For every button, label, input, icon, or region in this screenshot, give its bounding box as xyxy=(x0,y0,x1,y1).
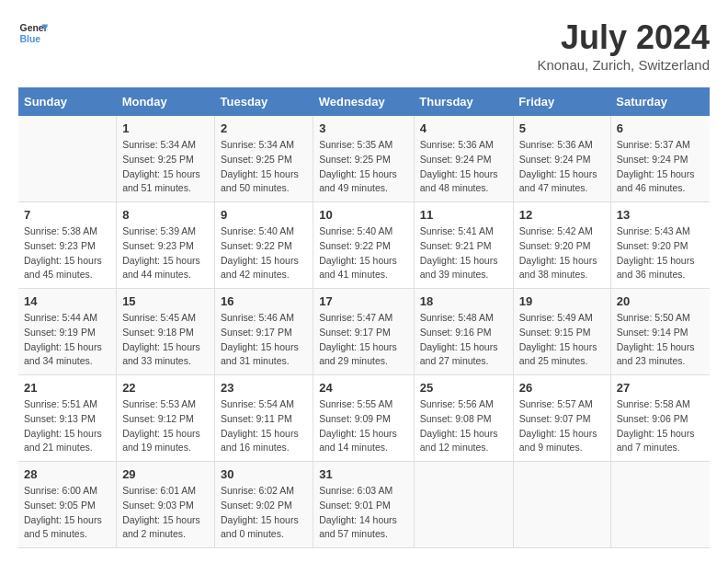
day-cell: 6Sunrise: 5:37 AMSunset: 9:24 PMDaylight… xyxy=(610,116,710,202)
day-number: 21 xyxy=(24,381,110,395)
day-info: Sunrise: 6:01 AMSunset: 9:03 PMDaylight:… xyxy=(122,485,200,539)
weekday-header-friday: Friday xyxy=(513,87,610,116)
day-number: 9 xyxy=(221,208,307,222)
day-info: Sunrise: 5:51 AMSunset: 9:13 PMDaylight:… xyxy=(24,398,102,453)
day-cell: 14Sunrise: 5:44 AMSunset: 9:19 PMDayligh… xyxy=(18,289,117,375)
day-cell: 31Sunrise: 6:03 AMSunset: 9:01 PMDayligh… xyxy=(313,462,415,548)
day-info: Sunrise: 5:34 AMSunset: 9:25 PMDaylight:… xyxy=(221,139,299,193)
day-info: Sunrise: 5:45 AMSunset: 9:18 PMDaylight:… xyxy=(122,312,200,366)
day-cell: 17Sunrise: 5:47 AMSunset: 9:17 PMDayligh… xyxy=(313,289,415,375)
day-info: Sunrise: 5:39 AMSunset: 9:23 PMDaylight:… xyxy=(122,225,200,280)
day-number: 1 xyxy=(122,121,209,135)
day-number: 4 xyxy=(420,121,507,135)
month-title: July 2024 xyxy=(537,18,710,57)
day-info: Sunrise: 5:50 AMSunset: 9:14 PMDaylight:… xyxy=(617,312,695,366)
day-cell: 28Sunrise: 6:00 AMSunset: 9:05 PMDayligh… xyxy=(18,462,117,548)
day-number: 11 xyxy=(420,208,507,222)
logo: General Blue xyxy=(18,18,48,48)
weekday-header-row: SundayMondayTuesdayWednesdayThursdayFrid… xyxy=(18,87,710,116)
day-number: 14 xyxy=(24,294,110,308)
day-info: Sunrise: 5:36 AMSunset: 9:24 PMDaylight:… xyxy=(420,139,498,193)
day-number: 12 xyxy=(519,208,605,222)
day-info: Sunrise: 5:41 AMSunset: 9:21 PMDaylight:… xyxy=(420,225,498,280)
day-number: 29 xyxy=(122,467,209,481)
day-cell xyxy=(414,462,513,548)
day-number: 22 xyxy=(122,381,209,395)
day-info: Sunrise: 5:46 AMSunset: 9:17 PMDaylight:… xyxy=(221,312,299,366)
day-cell: 13Sunrise: 5:43 AMSunset: 9:20 PMDayligh… xyxy=(610,202,710,289)
day-info: Sunrise: 6:00 AMSunset: 9:05 PMDaylight:… xyxy=(24,485,102,539)
weekday-header-saturday: Saturday xyxy=(610,87,710,116)
weekday-header-thursday: Thursday xyxy=(414,87,513,116)
day-number: 13 xyxy=(617,208,704,222)
day-number: 25 xyxy=(420,381,507,395)
day-cell: 2Sunrise: 5:34 AMSunset: 9:25 PMDaylight… xyxy=(215,116,313,202)
day-cell: 29Sunrise: 6:01 AMSunset: 9:03 PMDayligh… xyxy=(117,462,215,548)
week-row-5: 28Sunrise: 6:00 AMSunset: 9:05 PMDayligh… xyxy=(18,462,710,548)
day-number: 8 xyxy=(122,208,209,222)
day-cell: 26Sunrise: 5:57 AMSunset: 9:07 PMDayligh… xyxy=(513,375,610,462)
day-cell: 5Sunrise: 5:36 AMSunset: 9:24 PMDaylight… xyxy=(513,116,610,202)
day-cell xyxy=(610,462,710,548)
weekday-header-tuesday: Tuesday xyxy=(215,87,313,116)
day-cell xyxy=(18,116,117,202)
day-number: 20 xyxy=(617,294,704,308)
day-info: Sunrise: 6:03 AMSunset: 9:01 PMDaylight:… xyxy=(319,485,397,539)
location: Knonau, Zurich, Switzerland xyxy=(537,57,710,73)
day-cell: 19Sunrise: 5:49 AMSunset: 9:15 PMDayligh… xyxy=(513,289,610,375)
day-info: Sunrise: 5:38 AMSunset: 9:23 PMDaylight:… xyxy=(24,225,102,280)
day-info: Sunrise: 5:47 AMSunset: 9:17 PMDaylight:… xyxy=(319,312,397,366)
day-cell: 23Sunrise: 5:54 AMSunset: 9:11 PMDayligh… xyxy=(215,375,313,462)
day-cell: 8Sunrise: 5:39 AMSunset: 9:23 PMDaylight… xyxy=(117,202,215,289)
day-number: 3 xyxy=(319,121,408,135)
day-info: Sunrise: 5:56 AMSunset: 9:08 PMDaylight:… xyxy=(420,398,498,453)
day-cell: 9Sunrise: 5:40 AMSunset: 9:22 PMDaylight… xyxy=(215,202,313,289)
day-info: Sunrise: 5:44 AMSunset: 9:19 PMDaylight:… xyxy=(24,312,102,366)
day-number: 24 xyxy=(319,381,408,395)
page-header: General Blue July 2024 Knonau, Zurich, S… xyxy=(18,18,710,73)
day-number: 15 xyxy=(122,294,209,308)
week-row-1: 1Sunrise: 5:34 AMSunset: 9:25 PMDaylight… xyxy=(18,116,710,202)
day-number: 17 xyxy=(319,294,408,308)
day-info: Sunrise: 5:36 AMSunset: 9:24 PMDaylight:… xyxy=(519,139,597,193)
day-cell: 24Sunrise: 5:55 AMSunset: 9:09 PMDayligh… xyxy=(313,375,415,462)
title-block: July 2024 Knonau, Zurich, Switzerland xyxy=(537,18,710,73)
day-number: 28 xyxy=(24,467,110,481)
day-cell: 30Sunrise: 6:02 AMSunset: 9:02 PMDayligh… xyxy=(215,462,313,548)
day-info: Sunrise: 5:48 AMSunset: 9:16 PMDaylight:… xyxy=(420,312,498,366)
day-number: 19 xyxy=(519,294,605,308)
weekday-header-wednesday: Wednesday xyxy=(313,87,415,116)
week-row-4: 21Sunrise: 5:51 AMSunset: 9:13 PMDayligh… xyxy=(18,375,710,462)
week-row-2: 7Sunrise: 5:38 AMSunset: 9:23 PMDaylight… xyxy=(18,202,710,289)
day-number: 10 xyxy=(319,208,408,222)
day-info: Sunrise: 5:53 AMSunset: 9:12 PMDaylight:… xyxy=(122,398,200,453)
day-cell: 12Sunrise: 5:42 AMSunset: 9:20 PMDayligh… xyxy=(513,202,610,289)
day-info: Sunrise: 5:34 AMSunset: 9:25 PMDaylight:… xyxy=(122,139,200,193)
day-info: Sunrise: 5:35 AMSunset: 9:25 PMDaylight:… xyxy=(319,139,397,193)
day-number: 26 xyxy=(519,381,605,395)
day-cell: 3Sunrise: 5:35 AMSunset: 9:25 PMDaylight… xyxy=(313,116,415,202)
day-cell: 20Sunrise: 5:50 AMSunset: 9:14 PMDayligh… xyxy=(610,289,710,375)
day-cell: 15Sunrise: 5:45 AMSunset: 9:18 PMDayligh… xyxy=(117,289,215,375)
day-info: Sunrise: 5:49 AMSunset: 9:15 PMDaylight:… xyxy=(519,312,597,366)
svg-text:Blue: Blue xyxy=(20,34,41,44)
day-number: 16 xyxy=(221,294,307,308)
day-cell: 10Sunrise: 5:40 AMSunset: 9:22 PMDayligh… xyxy=(313,202,415,289)
day-cell: 1Sunrise: 5:34 AMSunset: 9:25 PMDaylight… xyxy=(117,116,215,202)
day-cell: 27Sunrise: 5:58 AMSunset: 9:06 PMDayligh… xyxy=(610,375,710,462)
weekday-header-sunday: Sunday xyxy=(18,87,117,116)
weekday-header-monday: Monday xyxy=(117,87,215,116)
week-row-3: 14Sunrise: 5:44 AMSunset: 9:19 PMDayligh… xyxy=(18,289,710,375)
day-info: Sunrise: 5:40 AMSunset: 9:22 PMDaylight:… xyxy=(319,225,397,280)
day-number: 31 xyxy=(319,467,408,481)
day-number: 30 xyxy=(221,467,307,481)
day-number: 18 xyxy=(420,294,507,308)
day-cell: 7Sunrise: 5:38 AMSunset: 9:23 PMDaylight… xyxy=(18,202,117,289)
day-number: 5 xyxy=(519,121,605,135)
day-info: Sunrise: 6:02 AMSunset: 9:02 PMDaylight:… xyxy=(221,485,299,539)
day-cell: 18Sunrise: 5:48 AMSunset: 9:16 PMDayligh… xyxy=(414,289,513,375)
day-cell: 4Sunrise: 5:36 AMSunset: 9:24 PMDaylight… xyxy=(414,116,513,202)
day-number: 23 xyxy=(221,381,307,395)
day-info: Sunrise: 5:58 AMSunset: 9:06 PMDaylight:… xyxy=(617,398,695,453)
day-info: Sunrise: 5:43 AMSunset: 9:20 PMDaylight:… xyxy=(617,225,695,280)
